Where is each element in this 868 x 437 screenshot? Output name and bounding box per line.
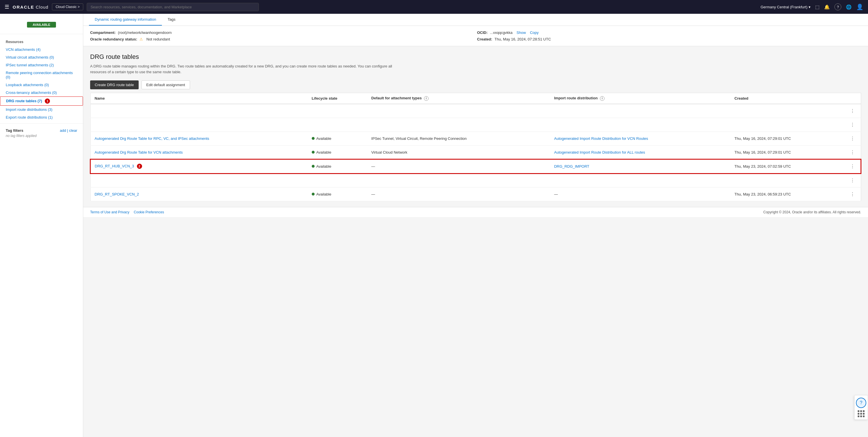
table-row-empty-1: ⋮ — [90, 104, 861, 118]
drg-route-tables-badge: 1 — [45, 98, 50, 104]
row-name-link-rpc[interactable]: Autogenerated Drg Route Table for RPC, V… — [95, 136, 209, 141]
table-row-empty-3: ⋮ — [90, 174, 861, 187]
row-name-link-spoke[interactable]: DRG_RT_SPOKE_VCN_2 — [95, 192, 139, 196]
row-actions-button-vcn[interactable]: ⋮ — [848, 149, 857, 156]
row-name-link-hub[interactable]: DRG_RT_HUB_VCN_3 — [95, 164, 134, 168]
top-navigation: ☰ ORACLE Cloud Cloud Classic > Germany C… — [0, 0, 868, 14]
import-dist-info-icon[interactable]: i — [600, 96, 604, 101]
grid-dot — [860, 410, 862, 412]
chevron-down-icon: ▾ — [809, 5, 811, 9]
drg-route-tables-table: Name Lifecycle state Default for attachm… — [90, 93, 861, 201]
grid-dot — [858, 410, 859, 412]
sidebar-item-import-route[interactable]: Import route distributions (3) — [0, 106, 83, 114]
sidebar-item-vcn-attachments[interactable]: VCN attachments (4) — [0, 45, 83, 54]
create-drg-route-table-button[interactable]: Create DRG route table — [90, 81, 138, 89]
help-widget-grid[interactable] — [858, 410, 865, 417]
status-dot-available — [312, 151, 315, 154]
ocid-row: OCID: ...vxqqcgvkka Show Copy — [477, 30, 861, 35]
nav-right-controls: Germany Central (Frankfurt) ▾ ⬚ 🔔 ? 🌐 👤 — [761, 3, 863, 10]
table-controls: Create DRG route table Edit default assi… — [90, 81, 861, 89]
sidebar-item-loopback[interactable]: Loopback attachments (0) — [0, 81, 83, 89]
user-avatar[interactable]: 👤 — [856, 3, 863, 10]
table-row: Autogenerated Drg Route Table for RPC, V… — [90, 131, 861, 145]
tab-tags[interactable]: Tags — [162, 14, 181, 26]
sidebar-item-drg-route-tables[interactable]: DRG route tables (7) 1 — [0, 96, 83, 106]
drg-description: A DRG route table manages routing within… — [90, 63, 406, 75]
status-section: AVAILABLE — [0, 20, 83, 34]
ocid-copy-link[interactable]: Copy — [530, 30, 538, 35]
sidebar-item-remote-peering[interactable]: Remote peering connection attachments (0… — [0, 69, 83, 81]
available-badge: AVAILABLE — [27, 22, 56, 28]
compartment-row: Compartment: (root)/network/iwanhoogendo… — [90, 30, 474, 35]
grid-dot — [858, 413, 859, 415]
help-widget: ? — [854, 395, 868, 420]
drg-title: DRG route tables — [90, 53, 861, 61]
redundancy-row: Oracle redundancy status: ⚠ Not redundan… — [90, 37, 474, 41]
tab-drg-information[interactable]: Dynamic routing gateway information — [89, 14, 162, 26]
sidebar-item-ipsec[interactable]: IPSec tunnel attachments (2) — [0, 61, 83, 69]
region-selector[interactable]: Germany Central (Frankfurt) ▾ — [761, 5, 811, 9]
status-cell-spoke: Available — [312, 192, 363, 196]
tag-filters-section: Tag filters add | clear no tag filters a… — [0, 123, 83, 140]
grid-dot — [860, 415, 862, 417]
region-label: Germany Central (Frankfurt) — [761, 5, 807, 9]
row-actions-button-3[interactable]: ⋮ — [848, 177, 857, 184]
import-dist-link-hub[interactable]: DRG_RDG_IMPORT — [554, 164, 589, 168]
info-tabs: Dynamic routing gateway information Tags — [83, 14, 868, 26]
tag-separator: | — [67, 128, 69, 133]
col-created: Created — [731, 93, 844, 104]
status-label: Available — [316, 150, 332, 154]
default-for-vcn: Virtual Cloud Network — [367, 145, 550, 159]
edit-default-assignment-button[interactable]: Edit default assignment — [142, 81, 190, 89]
row-actions-button-hub[interactable]: ⋮ — [848, 163, 857, 170]
row-name-link-vcn[interactable]: Autogenerated Drg Route Table for VCN at… — [95, 150, 183, 154]
tag-filters-title: Tag filters — [6, 128, 23, 133]
help-widget-icon[interactable]: ? — [856, 398, 866, 408]
default-attachment-info-icon[interactable]: i — [424, 96, 429, 101]
no-filters-text: no tag filters applied — [6, 134, 77, 138]
sidebar-item-virtual-circuit[interactable]: Virtual circuit attachments (0) — [0, 54, 83, 61]
language-icon[interactable]: 🌐 — [846, 4, 851, 10]
grid-dot — [863, 415, 865, 417]
import-dist-link-vcn[interactable]: Autogenerated Import Route Distribution … — [554, 150, 645, 154]
status-dot-available — [312, 165, 315, 168]
row-actions-button-1[interactable]: ⋮ — [848, 108, 857, 114]
cloud-classic-button[interactable]: Cloud Classic > — [52, 3, 84, 10]
redundancy-value: Not redundant — [146, 37, 170, 41]
import-dist-link-rpc[interactable]: Autogenerated Import Route Distribution … — [554, 136, 648, 141]
code-editor-icon[interactable]: ⬚ — [815, 4, 819, 10]
created-rpc: Thu, May 16, 2024, 07:29:01 UTC — [731, 131, 844, 145]
footer-links: Terms of Use and Privacy Cookie Preferen… — [90, 210, 167, 214]
redundancy-label: Oracle redundancy status: — [90, 37, 137, 41]
sidebar-item-export-route[interactable]: Export route distributions (1) — [0, 114, 83, 121]
help-icon[interactable]: ? — [834, 3, 841, 10]
created-label: Created: — [477, 37, 492, 41]
status-dot-available — [312, 193, 315, 195]
created-value: Thu, May 16, 2024, 07:28:51 UTC — [495, 37, 551, 41]
resources-title: Resources — [0, 36, 83, 45]
sidebar-item-cross-tenancy[interactable]: Cross-tenancy attachments (0) — [0, 89, 83, 96]
search-input[interactable] — [87, 3, 259, 11]
created-hub: Thu, May 23, 2024, 07:02:59 UTC — [731, 159, 844, 174]
row-actions-button-spoke[interactable]: ⋮ — [848, 191, 857, 197]
grid-dot — [860, 413, 862, 415]
status-cell-vcn: Available — [312, 150, 363, 154]
col-default-attachment: Default for attachment types i — [367, 93, 550, 104]
drg-section: DRG route tables A DRG route table manag… — [83, 46, 868, 201]
notifications-icon[interactable]: 🔔 — [824, 4, 830, 10]
created-row: Created: Thu, May 16, 2024, 07:28:51 UTC — [477, 37, 861, 41]
hamburger-menu-icon[interactable]: ☰ — [5, 4, 9, 10]
cookie-link[interactable]: Cookie Preferences — [134, 210, 164, 214]
import-dist-spoke: — — [550, 187, 730, 201]
row-actions-button-rpc[interactable]: ⋮ — [848, 135, 857, 142]
status-cell-rpc: Available — [312, 136, 363, 141]
row-actions-button-2[interactable]: ⋮ — [848, 121, 857, 128]
default-for-spoke: — — [367, 187, 550, 201]
clear-tag-filter-link[interactable]: clear — [69, 128, 77, 133]
compartment-value: (root)/network/iwanhoogendoorn — [118, 30, 172, 35]
ocid-show-link[interactable]: Show — [517, 30, 526, 35]
status-cell-hub: Available — [312, 164, 363, 168]
add-tag-filter-link[interactable]: add — [60, 128, 66, 133]
terms-link[interactable]: Terms of Use and Privacy — [90, 210, 129, 214]
status-dot-available — [312, 137, 315, 140]
